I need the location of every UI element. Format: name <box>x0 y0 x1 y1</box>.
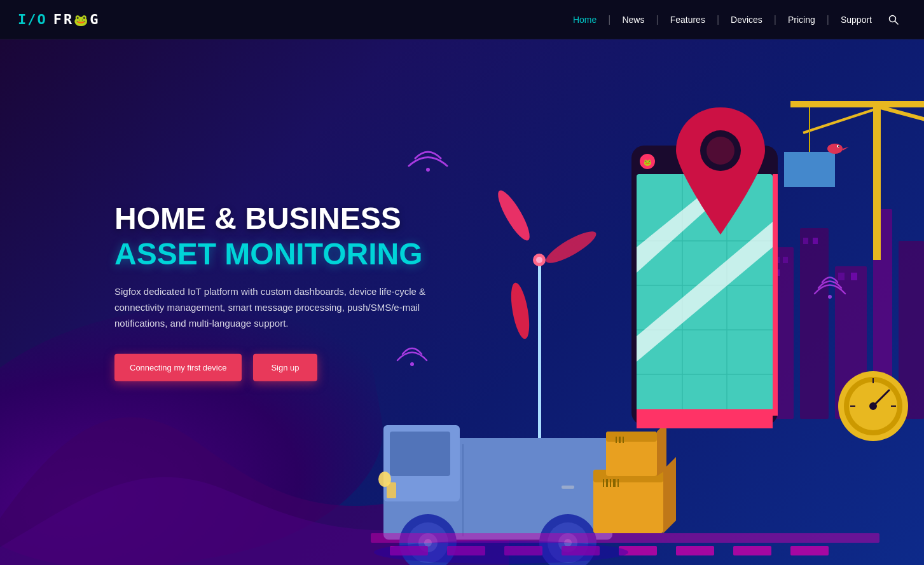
hero-description: Sigfox dedicated IoT platform with custo… <box>114 284 426 331</box>
svg-rect-64 <box>773 174 778 416</box>
nav-devices[interactable]: Devices <box>719 0 774 39</box>
connect-device-button[interactable]: Connecting my first device <box>114 354 242 381</box>
hero-content: HOME & BUSINESS ASSET MONITORING Sigfox … <box>114 201 426 381</box>
svg-rect-43 <box>606 479 608 487</box>
svg-rect-49 <box>606 432 657 442</box>
svg-point-98 <box>374 541 628 564</box>
svg-rect-65 <box>637 409 773 428</box>
hero-title-line2: ASSET MONITORING <box>114 238 426 271</box>
signup-button[interactable]: Sign up <box>253 354 317 381</box>
svg-rect-52 <box>619 437 621 443</box>
svg-point-70 <box>707 137 734 165</box>
svg-point-22 <box>493 187 535 244</box>
svg-text:🐸: 🐸 <box>644 158 652 167</box>
svg-rect-12 <box>803 238 808 244</box>
svg-point-85 <box>869 402 877 410</box>
svg-rect-15 <box>851 273 857 280</box>
svg-rect-95 <box>676 546 714 555</box>
svg-rect-72 <box>790 101 924 107</box>
svg-rect-76 <box>784 152 835 187</box>
svg-rect-27 <box>390 432 450 476</box>
svg-point-80 <box>838 146 839 147</box>
svg-point-21 <box>536 257 542 263</box>
svg-point-77 <box>827 144 843 154</box>
svg-point-24 <box>507 282 532 341</box>
svg-rect-45 <box>613 479 616 487</box>
svg-point-39 <box>378 472 391 487</box>
navbar: I/O FR🐸G Home | News | Features | Device… <box>0 0 924 39</box>
nav-home[interactable]: Home <box>562 0 608 39</box>
nav-support[interactable]: Support <box>829 0 883 39</box>
svg-rect-96 <box>733 546 771 555</box>
nav-features[interactable]: Features <box>659 0 717 39</box>
svg-rect-97 <box>790 546 829 555</box>
svg-rect-71 <box>873 101 881 260</box>
logo: I/O FR🐸G <box>18 11 100 27</box>
svg-rect-46 <box>617 479 619 487</box>
nav-pricing[interactable]: Pricing <box>776 0 827 39</box>
svg-rect-53 <box>623 437 624 443</box>
svg-line-1 <box>895 21 899 24</box>
svg-marker-50 <box>657 422 666 476</box>
svg-point-23 <box>542 226 600 268</box>
svg-point-17 <box>828 295 832 299</box>
hero-section: HOME & BUSINESS ASSET MONITORING Sigfox … <box>0 0 924 565</box>
svg-marker-78 <box>843 147 849 151</box>
svg-line-73 <box>881 107 924 133</box>
hero-title-line1: HOME & BUSINESS <box>114 201 426 235</box>
search-icon[interactable] <box>883 0 904 39</box>
hero-buttons: Connecting my first device Sign up <box>114 354 426 381</box>
svg-line-74 <box>803 107 881 133</box>
svg-rect-89 <box>371 533 879 543</box>
svg-rect-10 <box>783 257 788 263</box>
svg-rect-42 <box>603 479 604 487</box>
nav-links: Home | News | Features | Devices | Prici… <box>562 0 904 39</box>
nav-news[interactable]: News <box>610 0 656 39</box>
logo-io: I/O <box>18 11 47 27</box>
svg-rect-51 <box>616 437 617 443</box>
svg-point-16 <box>426 168 430 172</box>
svg-rect-44 <box>610 479 611 487</box>
svg-rect-5 <box>800 228 829 419</box>
logo-frog: FR🐸G <box>53 11 100 27</box>
svg-rect-13 <box>813 238 818 244</box>
svg-rect-14 <box>838 273 845 280</box>
svg-rect-29 <box>562 486 574 489</box>
